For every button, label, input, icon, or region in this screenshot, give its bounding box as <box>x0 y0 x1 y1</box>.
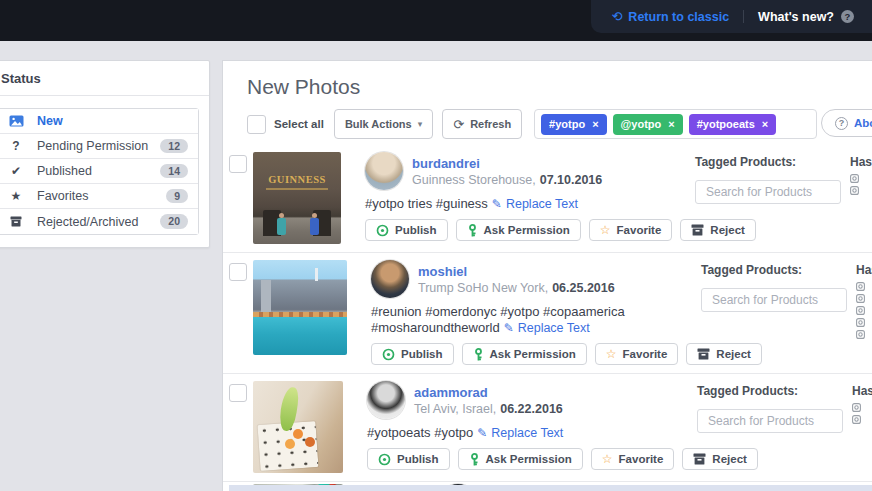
close-icon[interactable]: × <box>668 119 674 130</box>
card-content: burdandrei Guinness Storehouse,07.10.201… <box>365 152 670 241</box>
replace-text-link[interactable]: ✎Replace Text <box>492 196 578 212</box>
bottom-bar <box>229 485 872 491</box>
status-filter-list: New ? Pending Permission 12 ✔ Published … <box>0 108 199 235</box>
publish-button[interactable]: Publish <box>371 343 454 365</box>
toolbar: Select all Bulk Actions ▾ ⟳ Refresh #yot… <box>247 109 872 139</box>
about-this-page-button[interactable]: ? About This Page <box>821 109 872 137</box>
close-icon[interactable]: × <box>762 119 768 130</box>
sidebar-item-label: New <box>37 114 63 128</box>
search-products-input[interactable] <box>697 409 843 433</box>
avatar[interactable] <box>367 381 405 419</box>
replace-text-link[interactable]: ✎Replace Text <box>477 425 563 441</box>
archive-icon <box>8 216 24 227</box>
photo-meta: Tel Aviv, Israel,06.22.2016 <box>414 402 563 416</box>
instagram-icon <box>850 186 859 195</box>
reject-button[interactable]: Reject <box>686 343 762 365</box>
username-link[interactable]: moshiel <box>418 264 615 279</box>
date-text: 06.22.2016 <box>500 402 563 416</box>
card-actions: Publish Ask Permission ☆ Favorite Re <box>365 219 670 241</box>
reject-button[interactable]: Reject <box>680 219 756 241</box>
card-checkbox[interactable] <box>229 263 247 281</box>
favorite-button[interactable]: ☆ Favorite <box>591 448 675 470</box>
replace-text-label: Replace Text <box>518 320 590 336</box>
tagged-products-column: Tagged Products: <box>701 260 851 312</box>
pencil-icon: ✎ <box>504 320 514 336</box>
card-actions: Publish Ask Permission ☆ Favorite Re <box>371 343 676 365</box>
reject-button[interactable]: Reject <box>682 448 758 470</box>
sidebar-item-new[interactable]: New <box>0 109 198 134</box>
close-icon[interactable]: × <box>592 119 598 130</box>
instagram-icon <box>856 282 865 291</box>
hashtags-header: Hashtags <box>856 263 872 277</box>
avatar[interactable] <box>365 152 403 190</box>
instagram-icon <box>852 403 861 412</box>
whats-new-link[interactable]: What's new? ? <box>758 10 854 24</box>
search-products-input[interactable] <box>701 288 847 312</box>
select-all-checkbox[interactable] <box>247 115 266 134</box>
sidebar-item-published[interactable]: ✔ Published 14 <box>0 159 198 184</box>
tagged-products-column: Tagged Products: <box>697 381 847 433</box>
top-navigation-bar: ⟲ Return to classic What's new? ? <box>0 0 872 41</box>
topbar-divider <box>743 10 744 23</box>
hashtags-header: Hashtags <box>850 155 872 169</box>
username-link[interactable]: adammorad <box>414 385 563 400</box>
photo-thumbnail[interactable] <box>253 260 347 355</box>
instagram-icon <box>856 294 865 303</box>
filter-tag-chip[interactable]: #yotpo × <box>541 114 607 135</box>
favorite-label: Favorite <box>619 453 664 465</box>
card-checkbox[interactable] <box>229 384 247 402</box>
avatar[interactable] <box>371 260 409 298</box>
location-text: Trump SoHo New York, <box>418 281 548 295</box>
publish-icon <box>376 224 389 237</box>
hashtags-column: Hashtags <box>850 152 872 195</box>
bulk-actions-button[interactable]: Bulk Actions ▾ <box>334 109 433 139</box>
sidebar-item-pending-permission[interactable]: ? Pending Permission 12 <box>0 134 198 159</box>
filter-tag-chip[interactable]: #yotpoeats × <box>689 114 777 135</box>
help-icon: ? <box>835 117 848 130</box>
archive-icon <box>691 224 704 236</box>
star-icon: ★ <box>8 189 24 203</box>
username-link[interactable]: burdandrei <box>412 156 602 171</box>
filter-tag-chip[interactable]: @yotpo × <box>613 114 683 135</box>
filter-tags-input[interactable]: #yotpo × @yotpo × #yotpoeats × <box>534 109 817 139</box>
ask-permission-button[interactable]: Ask Permission <box>458 448 583 470</box>
tag-label: @yotpo <box>621 119 662 130</box>
count-badge: 12 <box>160 139 188 154</box>
publish-button[interactable]: Publish <box>365 219 448 241</box>
publish-button[interactable]: Publish <box>367 448 450 470</box>
card-checkbox[interactable] <box>229 155 247 173</box>
sidebar-item-favorites[interactable]: ★ Favorites 9 <box>0 184 198 209</box>
photo-thumbnail[interactable]: GUINNESS <box>253 152 341 244</box>
return-to-classic-label: Return to classic <box>628 10 729 24</box>
hashtags-column: Hashtags <box>852 381 872 424</box>
publish-icon <box>382 348 395 361</box>
sidebar-header: Status <box>0 61 209 96</box>
photo-thumbnail[interactable] <box>253 381 343 473</box>
favorite-button[interactable]: ☆ Favorite <box>589 219 673 241</box>
photo-card: moshiel Trump SoHo New York,06.25.2016 #… <box>223 252 872 373</box>
count-badge: 14 <box>160 164 188 179</box>
star-outline-icon: ☆ <box>602 452 613 466</box>
replace-text-link[interactable]: ✎Replace Text <box>504 320 590 336</box>
ask-permission-button[interactable]: Ask Permission <box>456 219 581 241</box>
key-icon <box>467 224 478 237</box>
publish-label: Publish <box>397 453 439 465</box>
hashtags-column: Hashtags <box>856 260 872 339</box>
app-window: ⟲ Return to classic What's new? ? Status… <box>0 0 872 491</box>
instagram-icon <box>852 415 861 424</box>
whats-new-label: What's new? <box>758 10 834 24</box>
refresh-button[interactable]: ⟳ Refresh <box>442 109 522 139</box>
replace-text-label: Replace Text <box>506 196 578 212</box>
ask-permission-button[interactable]: Ask Permission <box>462 343 587 365</box>
sidebar-item-rejected-archived[interactable]: Rejected/Archived 20 <box>0 209 198 234</box>
ask-permission-label: Ask Permission <box>484 224 570 236</box>
card-content: adammorad Tel Aviv, Israel,06.22.2016 #y… <box>367 381 672 470</box>
return-to-classic-link[interactable]: ⟲ Return to classic <box>611 9 729 24</box>
sidebar-item-label: Published <box>37 164 92 178</box>
favorite-button[interactable]: ☆ Favorite <box>595 343 679 365</box>
reject-label: Reject <box>712 453 747 465</box>
help-icon: ? <box>841 10 854 23</box>
count-badge: 9 <box>166 189 188 204</box>
date-text: 07.10.2016 <box>540 173 603 187</box>
search-products-input[interactable] <box>695 180 841 204</box>
